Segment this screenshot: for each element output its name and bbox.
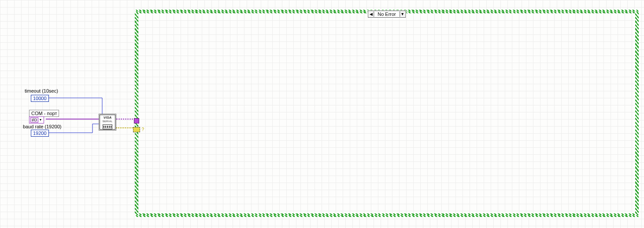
- case-structure[interactable]: ◀ No Error ▼ ?: [135, 10, 639, 217]
- case-prev-arrow-icon[interactable]: ◀: [368, 11, 374, 17]
- visa-node-title: VISA: [104, 116, 112, 120]
- question-mark-icon: ?: [141, 127, 144, 132]
- serial-port-icon: [103, 124, 112, 129]
- case-selector-label[interactable]: No Error: [374, 11, 400, 17]
- block-diagram-canvas[interactable]: timeout (10sec) 10000 COM - порт I/O ▾ b…: [0, 0, 644, 228]
- timeout-label: timeout (10sec): [25, 88, 58, 93]
- baud-rate-constant[interactable]: 19200: [31, 130, 49, 137]
- io-resource-value: I/O: [30, 117, 38, 123]
- case-next-arrow-icon[interactable]: ▼: [400, 11, 405, 17]
- com-port-resource[interactable]: I/O ▾: [29, 116, 44, 123]
- visa-resource-tunnel[interactable]: [134, 118, 139, 123]
- case-structure-body[interactable]: [138, 13, 635, 213]
- com-port-label: COM - порт: [29, 110, 59, 117]
- chevron-down-icon[interactable]: ▾: [38, 117, 43, 123]
- timeout-constant[interactable]: 10000: [31, 95, 49, 102]
- baud-rate-label: baud rate (19200): [23, 124, 61, 129]
- visa-serial-config-node[interactable]: VISA SERIAL: [99, 114, 116, 131]
- visa-node-subtitle: SERIAL: [102, 120, 112, 123]
- error-tunnel[interactable]: ?: [133, 127, 140, 132]
- case-selector[interactable]: ◀ No Error ▼: [368, 11, 406, 18]
